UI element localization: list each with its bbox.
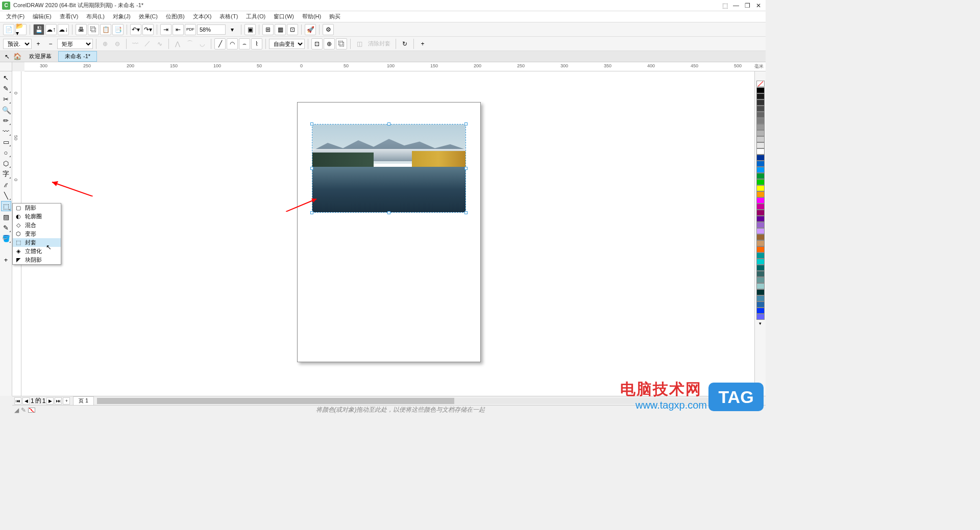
last-page-button[interactable]: ⏭ — [55, 397, 62, 405]
mode-free-icon[interactable]: ⌇ — [251, 38, 262, 49]
ruler-origin[interactable] — [0, 62, 12, 71]
horizontal-ruler[interactable]: 300 250 200 150 100 50 0 50 100 150 200 … — [24, 62, 766, 71]
export-button[interactable]: ⇤ — [173, 24, 184, 35]
color-swatch[interactable] — [756, 240, 765, 246]
color-swatch[interactable] — [756, 136, 765, 142]
flyout-item-立體化[interactable]: ◈立體化 — [13, 247, 61, 256]
ellipse-tool[interactable]: ○ — [1, 147, 11, 158]
color-swatch[interactable] — [756, 191, 765, 197]
menu-layout[interactable]: 布局(L) — [82, 12, 108, 21]
tab-welcome[interactable]: 欢迎屏幕 — [22, 51, 58, 62]
color-swatch[interactable] — [756, 222, 765, 228]
freeform-select[interactable]: 自由变形 — [269, 39, 305, 49]
copy-env-icon[interactable]: ⿻ — [336, 38, 347, 49]
mode-arc2-icon[interactable]: ⌢ — [239, 38, 250, 49]
color-swatch[interactable] — [756, 271, 765, 277]
next-page-button[interactable]: ▶ — [46, 397, 54, 405]
handle-top-left[interactable] — [310, 122, 313, 125]
zoom-dropdown-icon[interactable]: ▾ — [227, 24, 238, 35]
flyout-item-变形[interactable]: ⬡变形 — [13, 230, 61, 238]
rectangle-tool[interactable]: ▭ — [1, 137, 11, 147]
color-swatch[interactable] — [756, 265, 765, 271]
freehand-tool[interactable]: ✏ — [1, 115, 11, 125]
menu-text[interactable]: 文本(X) — [189, 12, 216, 21]
flyout-item-阴影[interactable]: ▢阴影 — [13, 204, 61, 212]
options-button[interactable]: ⚙ — [323, 24, 334, 35]
color-swatch[interactable] — [756, 142, 765, 148]
menu-table[interactable]: 表格(T) — [215, 12, 242, 21]
color-swatch[interactable] — [756, 259, 765, 265]
hscroll-thumb[interactable] — [97, 398, 454, 404]
sym-icon[interactable]: ◡ — [197, 38, 208, 49]
flyout-item-块阴影[interactable]: ◤块阴影 — [13, 256, 61, 264]
artistic-tool[interactable]: 〰 — [1, 126, 11, 136]
color-swatch[interactable] — [756, 93, 765, 99]
effects-tool[interactable]: ⬚ — [1, 201, 11, 211]
handle-top-mid[interactable] — [387, 122, 390, 125]
bezier-icon[interactable]: ∿ — [154, 38, 165, 49]
menu-help[interactable]: 帮助(H) — [298, 12, 325, 21]
add-new-icon[interactable]: ⊕ — [324, 38, 335, 49]
zoom-tool[interactable]: 🔍 — [1, 105, 11, 115]
color-swatch[interactable] — [756, 314, 765, 320]
node-add-icon[interactable]: ⊕ — [100, 38, 111, 49]
minimize-button[interactable]: — — [731, 2, 741, 10]
import-button[interactable]: ⇥ — [160, 24, 172, 35]
refresh-icon[interactable]: ↻ — [399, 38, 410, 49]
selected-image-object[interactable] — [312, 124, 466, 213]
eyedropper-tool[interactable]: ✎ — [1, 222, 11, 233]
handle-mid-right[interactable] — [464, 167, 468, 170]
undo-button[interactable]: ↶▾ — [130, 24, 141, 35]
menu-file[interactable]: 文件(F) — [2, 12, 29, 21]
color-swatch[interactable] — [756, 124, 765, 130]
close-button[interactable]: ✕ — [753, 2, 764, 10]
snap-button[interactable]: ⊞ — [262, 24, 274, 35]
preset-select[interactable]: 预设... — [3, 39, 32, 49]
color-swatch[interactable] — [756, 289, 765, 295]
smooth-icon[interactable]: ⌒ — [184, 38, 195, 49]
color-swatch[interactable] — [756, 308, 765, 314]
color-swatch[interactable] — [756, 283, 765, 289]
add-icon[interactable]: + — [417, 38, 428, 49]
menu-buy[interactable]: 购买 — [325, 12, 345, 21]
menu-window[interactable]: 窗口(W) — [270, 12, 298, 21]
color-swatch[interactable] — [756, 197, 765, 204]
color-swatch[interactable] — [756, 112, 765, 118]
launch-button[interactable]: 🚀 — [305, 24, 316, 35]
paste-button[interactable]: 📋 — [100, 24, 111, 35]
remove-preset-button[interactable]: − — [45, 38, 56, 49]
color-swatch[interactable] — [756, 234, 765, 240]
color-swatch[interactable] — [756, 301, 765, 308]
color-swatch[interactable] — [756, 253, 765, 259]
color-swatch[interactable] — [756, 228, 765, 234]
flyout-item-封套[interactable]: ⬚封套 — [13, 238, 61, 247]
home-icon[interactable]: 🏠 — [12, 52, 22, 61]
prev-page-button[interactable]: ◀ — [22, 397, 30, 405]
polygon-tool[interactable]: ⬡ — [1, 158, 11, 168]
print-button[interactable]: 🖶 — [76, 24, 87, 35]
flyout-item-混合[interactable]: ◇混合 — [13, 221, 61, 230]
create-from-icon[interactable]: ◫ — [354, 38, 365, 49]
no-color-swatch[interactable] — [756, 81, 765, 87]
add-preset-button[interactable]: + — [33, 38, 44, 49]
flyout-item-轮廓圈[interactable]: ◐轮廓圈 — [13, 212, 61, 221]
color-swatch[interactable] — [756, 161, 765, 167]
color-swatch[interactable] — [756, 130, 765, 136]
color-swatch[interactable] — [756, 295, 765, 301]
menu-object[interactable]: 对象(J) — [109, 12, 135, 21]
mode-arc-icon[interactable]: ◠ — [227, 38, 238, 49]
fullscreen-button[interactable]: ▣ — [244, 24, 256, 35]
redo-button[interactable]: ↷▾ — [142, 24, 154, 35]
color-swatch[interactable] — [756, 173, 765, 179]
color-swatch[interactable] — [756, 204, 765, 210]
handle-bot-left[interactable] — [310, 211, 313, 214]
color-swatch[interactable] — [756, 87, 765, 93]
text-tool[interactable]: 字 — [1, 169, 11, 179]
cusp-icon[interactable]: ⋀ — [172, 38, 183, 49]
menu-bitmaps[interactable]: 位图(B) — [162, 12, 189, 21]
guides-button[interactable]: ⊡ — [287, 24, 298, 35]
color-swatch[interactable] — [756, 179, 765, 185]
parallel-tool[interactable]: ⫽ — [1, 180, 11, 190]
cloud-down-button[interactable]: ☁↓ — [58, 24, 69, 35]
no-outline-indicator[interactable] — [757, 71, 765, 79]
